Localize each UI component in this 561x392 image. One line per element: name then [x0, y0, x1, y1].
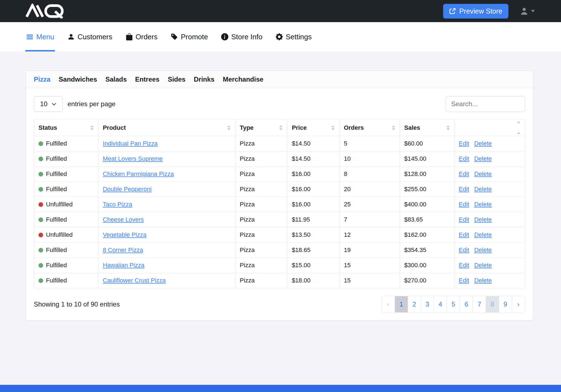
- nav-item-orders[interactable]: Orders: [126, 22, 157, 51]
- type-value: Pizza: [240, 170, 255, 177]
- tab-salads[interactable]: Salads: [105, 76, 127, 83]
- sales-value: $60.00: [404, 140, 423, 147]
- orders-value: 10: [344, 155, 350, 162]
- product-link[interactable]: 8 Corner Pizza: [103, 246, 143, 253]
- delete-link[interactable]: Delete: [474, 186, 492, 193]
- product-link[interactable]: Cheese Lovers: [103, 216, 144, 223]
- product-link[interactable]: Double Pepperoni: [103, 186, 151, 193]
- pagination-page-8[interactable]: 8: [486, 296, 499, 312]
- orders-value: 7: [344, 216, 347, 223]
- sort-icon: [331, 125, 335, 130]
- hamburger-icon: [26, 33, 33, 41]
- pagination-page-9[interactable]: 9: [499, 296, 512, 312]
- tab-sandwiches[interactable]: Sandwiches: [59, 76, 97, 83]
- delete-link[interactable]: Delete: [474, 262, 492, 269]
- pagination-page-2[interactable]: 2: [408, 296, 421, 312]
- delete-link[interactable]: Delete: [474, 170, 492, 178]
- status-label: Unfulfilled: [46, 201, 73, 208]
- product-link[interactable]: Individual Pan Pizza: [103, 140, 157, 147]
- tab-entrees[interactable]: Entrees: [135, 76, 159, 83]
- product-link[interactable]: Cauliflower Crust Pizza: [103, 277, 166, 284]
- price-value: $13.50: [292, 231, 310, 238]
- pagination-page-6[interactable]: 6: [460, 296, 473, 312]
- delete-link[interactable]: Delete: [474, 231, 492, 238]
- preview-store-label: Preview Store: [459, 7, 502, 15]
- tab-sides[interactable]: Sides: [168, 76, 185, 83]
- column-label: Sales: [404, 124, 420, 131]
- pagination-page-5[interactable]: 5: [447, 296, 460, 312]
- status-label: Fulfilled: [46, 140, 67, 147]
- edit-link[interactable]: Edit: [459, 155, 469, 162]
- type-value: Pizza: [240, 201, 255, 208]
- orders-value: 20: [344, 186, 350, 193]
- edit-link[interactable]: Edit: [459, 216, 469, 223]
- orders-value: 25: [344, 201, 350, 208]
- search-input[interactable]: [445, 96, 525, 112]
- column-header-sales[interactable]: Sales: [400, 120, 454, 136]
- column-header-orders[interactable]: Orders: [339, 120, 400, 136]
- column-header-status[interactable]: Status: [34, 120, 98, 136]
- delete-link[interactable]: Delete: [474, 277, 492, 284]
- nav-item-store-info[interactable]: Store Info: [221, 22, 262, 51]
- column-label: Orders: [344, 124, 364, 131]
- pagination-page-7[interactable]: 7: [473, 296, 486, 312]
- nav-item-settings[interactable]: Settings: [276, 22, 312, 51]
- menu-card: PizzaSandwichesSaladsEntreesSidesDrinksM…: [26, 71, 533, 321]
- type-value: Pizza: [240, 216, 255, 223]
- tab-pizza[interactable]: Pizza: [34, 76, 50, 83]
- orders-value: 19: [344, 246, 350, 253]
- pagination-next[interactable]: ›: [512, 296, 525, 312]
- sales-value: $145.00: [404, 155, 426, 162]
- sort-icon: [227, 125, 231, 130]
- edit-link[interactable]: Edit: [459, 170, 469, 178]
- product-link[interactable]: Meat Lovers Supreme: [103, 155, 162, 162]
- type-value: Pizza: [240, 246, 255, 253]
- tab-drinks[interactable]: Drinks: [194, 76, 214, 83]
- sales-value: $270.00: [404, 277, 426, 284]
- pagination-prev[interactable]: ‹: [382, 296, 395, 312]
- edit-link[interactable]: Edit: [459, 246, 469, 254]
- column-header-actions[interactable]: [454, 120, 525, 136]
- gear-icon: [276, 33, 283, 40]
- delete-link[interactable]: Delete: [474, 201, 492, 208]
- nav-item-menu[interactable]: Menu: [26, 22, 54, 51]
- pagination-page-1[interactable]: 1: [395, 296, 408, 312]
- orders-value: 8: [344, 170, 347, 177]
- nav-item-label: Menu: [36, 33, 54, 41]
- user-menu[interactable]: [520, 7, 535, 15]
- price-value: $11.95: [292, 216, 310, 223]
- tab-merchandise[interactable]: Merchandise: [223, 76, 263, 83]
- person-icon: [68, 33, 75, 40]
- edit-link[interactable]: Edit: [459, 231, 469, 238]
- product-link[interactable]: Chicken Parmigiana Pizza: [103, 170, 174, 177]
- product-link[interactable]: Taco Pizza: [103, 201, 132, 208]
- edit-link[interactable]: Edit: [459, 277, 469, 284]
- table-row: UnfulfilledTaco PizzaPizza$16.0025$400.0…: [34, 197, 525, 212]
- column-header-type[interactable]: Type: [235, 120, 287, 136]
- delete-link[interactable]: Delete: [474, 155, 492, 162]
- pagination-page-4[interactable]: 4: [434, 296, 447, 312]
- entries-per-page-select[interactable]: 10: [34, 96, 63, 112]
- product-link[interactable]: Hawaiian Pizza: [103, 262, 144, 269]
- edit-link[interactable]: Edit: [459, 186, 469, 193]
- pagination-page-3[interactable]: 3: [421, 296, 434, 312]
- nav-item-customers[interactable]: Customers: [68, 22, 112, 51]
- edit-link[interactable]: Edit: [459, 262, 469, 269]
- showing-entries-text: Showing 1 to 10 of 90 entries: [34, 300, 120, 308]
- person-icon: [520, 7, 528, 15]
- products-table: StatusProductTypePriceOrdersSales Fulfil…: [34, 119, 525, 288]
- type-value: Pizza: [240, 277, 255, 284]
- delete-link[interactable]: Delete: [474, 216, 492, 223]
- sales-value: $128.00: [404, 170, 426, 177]
- column-header-price[interactable]: Price: [287, 120, 339, 136]
- preview-store-button[interactable]: Preview Store: [443, 4, 508, 19]
- edit-link[interactable]: Edit: [459, 201, 469, 208]
- nav-item-promote[interactable]: Promote: [171, 22, 208, 51]
- column-header-product[interactable]: Product: [98, 120, 235, 136]
- status-dot: [38, 217, 43, 222]
- edit-link[interactable]: Edit: [459, 140, 469, 147]
- price-value: $16.00: [292, 186, 310, 193]
- product-link[interactable]: Vegetable Pizza: [103, 231, 146, 238]
- delete-link[interactable]: Delete: [474, 140, 492, 147]
- delete-link[interactable]: Delete: [474, 246, 492, 254]
